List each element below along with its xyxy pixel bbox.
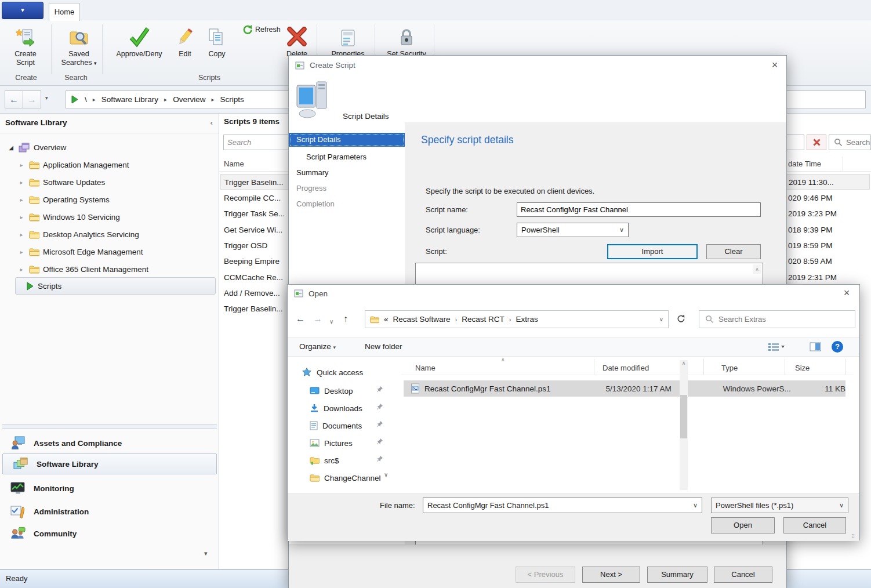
cancel-button[interactable]: Cancel bbox=[783, 517, 846, 533]
script-language-select[interactable]: PowerShell ∨ bbox=[517, 223, 629, 237]
workspace-assets-and-compliance[interactable]: Assets and Compliance bbox=[0, 433, 219, 453]
preview-pane-button[interactable] bbox=[810, 342, 821, 351]
tree-item-scripts[interactable]: Scripts bbox=[15, 277, 216, 295]
address-breadcrumb[interactable]: « Recast Software › Recast RCT › Extras … bbox=[365, 310, 669, 328]
place-changechannel[interactable]: ChangeChannel bbox=[310, 470, 381, 485]
clear-script-button[interactable]: Clear bbox=[706, 244, 761, 259]
pane-splitter[interactable] bbox=[2, 424, 217, 429]
copy-button[interactable]: Copy bbox=[203, 23, 231, 59]
collapse-pane-icon[interactable]: ‹ bbox=[211, 114, 213, 132]
summary-button[interactable]: Summary bbox=[647, 567, 707, 583]
scroll-up-icon[interactable]: ∧ bbox=[680, 360, 688, 366]
column-divider[interactable] bbox=[594, 359, 594, 375]
recent-locations-chevron[interactable]: ∨ bbox=[329, 315, 333, 328]
script-name-input[interactable] bbox=[517, 202, 761, 217]
approve-deny-button[interactable]: Approve/Deny bbox=[111, 23, 167, 59]
workspace-community[interactable]: Community bbox=[0, 523, 219, 544]
open-button[interactable]: Open bbox=[711, 517, 775, 533]
close-icon[interactable]: × bbox=[768, 59, 782, 72]
breadcrumb-scripts[interactable]: Scripts bbox=[220, 95, 244, 104]
column-name[interactable]: Name bbox=[415, 364, 436, 372]
expander-closed-icon[interactable]: ▸ bbox=[17, 266, 26, 273]
application-menu-button[interactable]: ▾ bbox=[2, 2, 43, 19]
workspace-software-library[interactable]: Software Library bbox=[2, 453, 217, 474]
refresh-button[interactable] bbox=[676, 314, 686, 324]
column-type[interactable]: Type bbox=[721, 364, 738, 372]
forward-button[interactable]: → bbox=[23, 90, 41, 108]
tree-item-office365[interactable]: ▸ Office 365 Client Management bbox=[17, 261, 148, 277]
expander-closed-icon[interactable]: ▸ bbox=[17, 179, 26, 186]
place-desktop[interactable]: Desktop bbox=[310, 383, 353, 398]
history-dropdown[interactable]: ▾ bbox=[45, 95, 48, 101]
expander-open-icon[interactable]: ◢ bbox=[7, 144, 15, 151]
create-script-button[interactable]: Create Script bbox=[6, 23, 45, 67]
crumb-recast-software[interactable]: Recast Software bbox=[393, 315, 451, 324]
column-divider[interactable] bbox=[843, 157, 843, 172]
place-pictures[interactable]: Pictures bbox=[310, 435, 353, 451]
close-icon[interactable]: × bbox=[840, 287, 854, 300]
search-box[interactable]: Search Extras bbox=[699, 310, 855, 328]
properties-button[interactable]: Properties bbox=[326, 23, 370, 59]
view-mode-button[interactable] bbox=[768, 342, 785, 351]
column-divider[interactable] bbox=[785, 359, 785, 375]
nav-scrollbar[interactable]: ∧ bbox=[680, 360, 688, 490]
import-button[interactable]: Import bbox=[607, 244, 698, 259]
new-folder-button[interactable]: New folder bbox=[365, 342, 402, 351]
next-button[interactable]: Next > bbox=[582, 567, 640, 583]
wizard-step-summary[interactable]: Summary bbox=[289, 166, 405, 180]
workspace-administration[interactable]: Administration bbox=[0, 501, 219, 522]
address-dropdown-icon[interactable]: ∨ bbox=[659, 316, 663, 322]
place-src-share[interactable]: src$ bbox=[310, 453, 339, 468]
wizard-step-script-parameters[interactable]: Script Parameters bbox=[289, 150, 405, 164]
breadcrumb-software-library[interactable]: Software Library bbox=[101, 95, 158, 104]
expander-closed-icon[interactable]: ▸ bbox=[17, 231, 26, 238]
crumb-extras[interactable]: Extras bbox=[516, 315, 538, 324]
column-divider[interactable] bbox=[703, 359, 704, 375]
quick-access-item[interactable]: Quick access bbox=[302, 365, 363, 380]
workspace-monitoring[interactable]: Monitoring bbox=[0, 478, 219, 499]
expander-closed-icon[interactable]: ▸ bbox=[17, 214, 26, 220]
column-date-modified[interactable]: Date modified bbox=[603, 364, 649, 372]
saved-searches-button[interactable]: Saved Searches ▾ bbox=[56, 23, 102, 68]
tree-item-desktop-analytics[interactable]: ▸ Desktop Analytics Servicing bbox=[17, 226, 139, 242]
delete-button[interactable]: Delete bbox=[282, 23, 312, 59]
resize-grip[interactable]: ⠿ bbox=[851, 533, 857, 539]
scrollbar-thumb[interactable] bbox=[680, 395, 687, 438]
forward-button[interactable]: → bbox=[313, 313, 322, 325]
wizard-step-script-details[interactable]: Script Details bbox=[289, 133, 405, 147]
file-type-combo[interactable]: PowerShell files (*.ps1) ∨ bbox=[711, 498, 848, 513]
breadcrumb-overview[interactable]: Overview bbox=[173, 95, 205, 104]
place-downloads[interactable]: Downloads bbox=[310, 401, 362, 416]
column-divider[interactable] bbox=[845, 359, 845, 375]
expander-closed-icon[interactable]: ▸ bbox=[17, 249, 26, 255]
tab-home[interactable]: Home bbox=[49, 3, 80, 21]
file-name-combo[interactable]: Recast ConfigMgr Fast Channel.ps1 ∨ bbox=[423, 498, 702, 513]
tree-item-software-updates[interactable]: ▸ Software Updates bbox=[17, 174, 105, 190]
refresh-button[interactable]: Refresh bbox=[242, 24, 281, 35]
column-name[interactable]: Name bbox=[224, 159, 244, 168]
tree-item-application-management[interactable]: ▸ Application Management bbox=[17, 157, 129, 173]
tree-item-overview[interactable]: ◢ Overview bbox=[7, 139, 66, 155]
place-documents[interactable]: Documents bbox=[310, 418, 362, 433]
help-icon[interactable]: ? bbox=[832, 341, 843, 353]
file-row-selected[interactable]: Recast ConfigMgr Fast Channel.ps1 5/13/2… bbox=[404, 380, 845, 397]
tree-item-operating-systems[interactable]: ▸ Operating Systems bbox=[17, 191, 110, 208]
search-button[interactable]: Search bbox=[829, 135, 871, 150]
column-update-time[interactable]: date Time bbox=[788, 159, 821, 168]
set-security-button[interactable]: Set Security bbox=[380, 23, 433, 59]
organize-button[interactable]: Organize ▾ bbox=[299, 342, 336, 351]
clear-search-button[interactable] bbox=[807, 135, 826, 150]
tree-chevron-icon[interactable]: ∨ bbox=[384, 471, 388, 478]
tree-item-edge-management[interactable]: ▸ Microsoft Edge Management bbox=[17, 244, 143, 260]
breadcrumb-root[interactable]: \ bbox=[85, 95, 87, 104]
edit-button[interactable]: Edit bbox=[172, 23, 198, 59]
column-size[interactable]: Size bbox=[795, 364, 810, 372]
back-button[interactable]: ← bbox=[296, 313, 305, 325]
tree-item-windows10-servicing[interactable]: ▸ Windows 10 Servicing bbox=[17, 209, 120, 225]
crumb-recast-rct[interactable]: Recast RCT bbox=[462, 315, 505, 324]
up-button[interactable]: ↑ bbox=[343, 313, 348, 325]
expander-closed-icon[interactable]: ▸ bbox=[17, 162, 26, 168]
nav-options-chevron[interactable]: ▾ bbox=[204, 550, 208, 557]
cancel-button[interactable]: Cancel bbox=[714, 567, 772, 583]
back-button[interactable]: ← bbox=[5, 90, 23, 108]
